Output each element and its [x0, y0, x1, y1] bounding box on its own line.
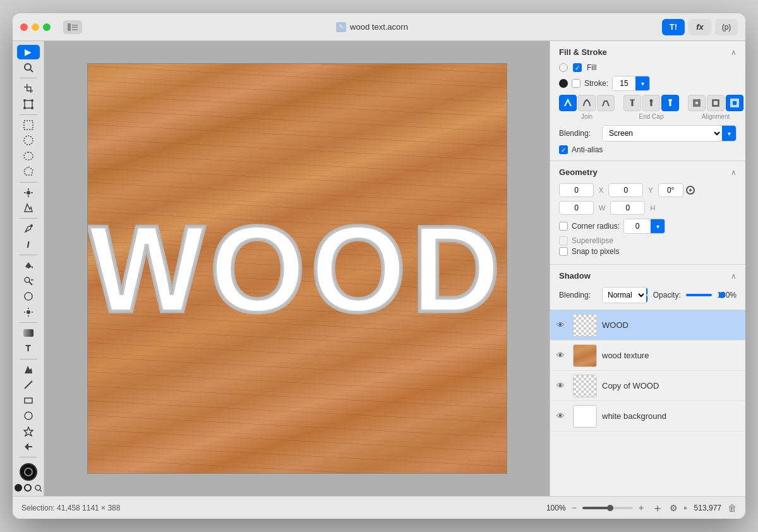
layer-item-white-bg[interactable]: 👁 white background	[550, 401, 745, 432]
alignment-group: Alignment	[688, 95, 743, 120]
svg-line-38	[40, 490, 42, 492]
x-label: X	[599, 186, 603, 194]
selection-info: Selection: 41,458 1141 × 388	[21, 504, 540, 512]
properties-button[interactable]: (p)	[715, 19, 738, 35]
corner-radius-dropdown-btn[interactable]: ▾	[651, 219, 665, 233]
rotation-input[interactable]	[658, 183, 683, 197]
poly-select-tool[interactable]	[17, 164, 40, 179]
titlebar: ✎ wood text.acorn T! fx (p)	[13, 13, 745, 41]
shadow-blending-select[interactable]: Normal Screen Multiply	[603, 287, 646, 303]
shadow-blending-arrow[interactable]: ▾	[646, 287, 648, 303]
zoom-out-btn[interactable]: －	[570, 502, 579, 514]
fill-stroke-collapse[interactable]: ∧	[731, 48, 737, 57]
alignment-label: Alignment	[702, 113, 730, 120]
delete-layer-btn[interactable]: 🗑	[728, 503, 737, 513]
blending-select[interactable]: Screen Normal Multiply Overlay	[603, 126, 722, 141]
shape-tool[interactable]	[17, 289, 40, 304]
endcap-square-btn[interactable]	[661, 95, 679, 111]
arrow-tool[interactable]: ▶	[17, 45, 40, 59]
magic-wand-tool[interactable]	[17, 185, 40, 200]
toolbar-separator-4	[20, 218, 37, 219]
gradient-tool[interactable]	[17, 326, 40, 341]
star-tool[interactable]	[17, 424, 40, 438]
layer-item-copy-wood[interactable]: 👁 Copy of WOOD	[550, 371, 745, 401]
color-picker-tool[interactable]	[33, 483, 42, 492]
stroke-color-swatch[interactable]	[559, 79, 568, 88]
zoom-in-btn[interactable]: ＋	[637, 502, 646, 514]
shadow-collapse[interactable]: ∧	[731, 272, 737, 281]
layer-item-wood-texture[interactable]: 👁 wood texture	[550, 341, 745, 371]
add-layer-btn[interactable]: ＋	[652, 500, 663, 516]
arrow-shape-tool[interactable]	[17, 440, 40, 454]
x-input[interactable]	[559, 183, 594, 197]
quick-select-tool[interactable]	[17, 201, 40, 215]
zoom-tool[interactable]	[17, 61, 40, 75]
endcap-round-btn[interactable]	[642, 95, 660, 111]
sun-tool[interactable]	[17, 305, 40, 319]
snap-pixels-checkbox[interactable]	[559, 247, 568, 256]
join-bevel-btn[interactable]	[597, 95, 615, 111]
zoom-handle[interactable]	[607, 505, 613, 511]
rotation-handle[interactable]	[686, 186, 695, 195]
text-tool[interactable]: I	[17, 238, 40, 252]
svg-point-22	[27, 191, 30, 195]
minimize-button[interactable]	[32, 23, 39, 31]
pen-tool[interactable]	[17, 222, 40, 236]
foreground-color[interactable]	[20, 463, 37, 481]
geometry-collapse[interactable]: ∧	[731, 168, 737, 177]
layer-options-btn[interactable]: ⚙	[670, 503, 678, 513]
corner-radius-checkbox[interactable]	[559, 222, 568, 231]
transform-tool[interactable]	[17, 97, 40, 111]
svg-rect-0	[68, 23, 71, 31]
close-button[interactable]	[20, 23, 28, 31]
svg-rect-48	[713, 100, 718, 106]
stroke-checkbox[interactable]	[572, 79, 581, 88]
zoom-slider[interactable]	[582, 507, 633, 509]
layer-eye-wood-texture[interactable]: 👁	[556, 351, 568, 360]
fill-checkbox[interactable]: ✓	[573, 63, 582, 72]
w-input[interactable]	[559, 201, 594, 215]
stroke-dropdown-btn[interactable]: ▾	[635, 76, 649, 90]
superellipse-checkbox[interactable]	[559, 236, 568, 245]
layer-eye-copy-wood[interactable]: 👁	[556, 381, 568, 390]
layer-eye-white-bg[interactable]: 👁	[556, 411, 568, 421]
circle-shape-tool[interactable]	[17, 409, 40, 423]
align-inside-btn[interactable]	[688, 95, 706, 111]
type-tool-2[interactable]: T	[17, 341, 40, 356]
layer-item-wood[interactable]: 👁 WOOD	[550, 310, 745, 341]
stroke-value-input[interactable]	[613, 76, 635, 90]
join-miter-btn[interactable]	[559, 95, 577, 111]
align-outside-btn[interactable]	[726, 95, 743, 111]
vector-pen-tool[interactable]	[17, 362, 40, 377]
rect-select-tool[interactable]	[17, 118, 40, 133]
anti-alias-checkbox[interactable]: ✓	[559, 145, 568, 154]
crop-tool[interactable]	[17, 82, 40, 96]
fill-radio[interactable]	[559, 63, 568, 72]
background-indicator[interactable]	[24, 484, 32, 492]
opacity-slider[interactable]	[686, 294, 713, 296]
maximize-button[interactable]	[43, 23, 51, 31]
blending-arrow-btn[interactable]: ▾	[722, 126, 736, 141]
layers-toolbar: ＋ ⚙ ▸ 513,977 🗑	[652, 500, 737, 516]
canvas-area[interactable]: WOOD	[44, 41, 550, 496]
align-center-btn[interactable]	[707, 95, 725, 111]
clone-tool[interactable]	[17, 274, 40, 288]
ellipse-select-tool[interactable]	[17, 133, 40, 148]
y-input[interactable]	[608, 183, 643, 197]
endcap-butt-btn[interactable]	[623, 95, 641, 111]
superellipse-label: Superellipse	[572, 236, 613, 245]
effects-button[interactable]: fx	[689, 19, 711, 35]
layer-eye-wood[interactable]: 👁	[556, 320, 568, 330]
line-tool[interactable]	[17, 378, 40, 392]
sidebar-toggle-button[interactable]	[63, 20, 82, 34]
fill-stroke-title: Fill & Stroke	[559, 47, 607, 57]
join-round-btn[interactable]	[578, 95, 596, 111]
paint-bucket-tool[interactable]	[17, 258, 40, 273]
toolbar-separator-3	[20, 182, 37, 183]
lasso-tool[interactable]	[17, 149, 40, 164]
corner-radius-input[interactable]	[624, 219, 651, 233]
foreground-indicator[interactable]	[15, 484, 22, 492]
h-input[interactable]	[610, 201, 645, 215]
tools-button[interactable]: T!	[662, 19, 685, 35]
rect-shape-tool[interactable]	[17, 393, 40, 408]
